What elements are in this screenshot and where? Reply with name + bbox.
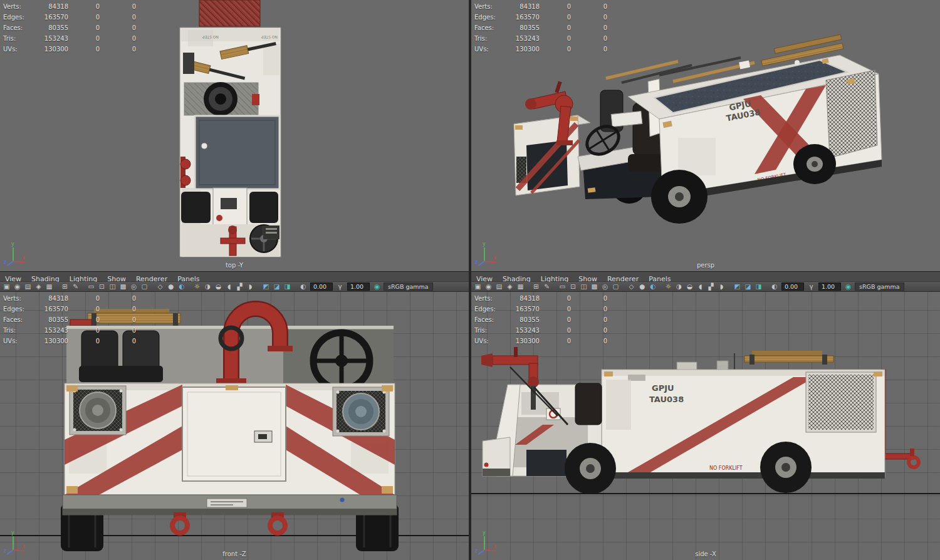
ambient-occlusion-icon[interactable]: ◒ — [684, 282, 695, 291]
lock-camera-icon[interactable]: ◉ — [483, 282, 494, 291]
bookmarks-icon[interactable]: ◈ — [504, 282, 515, 291]
hud-col3: 0 — [571, 33, 607, 44]
color-management-icon[interactable]: ◉ — [372, 282, 382, 291]
hud-total: 130300 — [511, 336, 540, 346]
svg-text:x: x — [22, 544, 25, 549]
image-plane-icon[interactable]: ▦ — [44, 282, 55, 291]
hud-total: 80355 — [39, 314, 68, 325]
wireframe-icon[interactable]: ◇ — [155, 282, 165, 291]
hud-row: Tris: 153243 0 0 — [474, 33, 607, 44]
gamma-icon[interactable]: γ — [806, 282, 817, 291]
safe-title-icon[interactable]: ▢ — [610, 282, 621, 291]
hud-row: Faces: 80355 0 0 — [3, 23, 136, 33]
use-all-lights-icon[interactable]: ☼ — [663, 282, 674, 291]
pan-zoom-icon[interactable]: ⊞ — [60, 282, 70, 291]
field-chart-icon[interactable]: ▩ — [118, 282, 128, 291]
hud-row: UVs: 130300 0 0 — [3, 44, 136, 54]
exposure-icon[interactable]: ◐ — [769, 282, 780, 291]
gate-mask-icon[interactable]: ◫ — [107, 282, 118, 291]
isolate-select-icon[interactable]: ◩ — [261, 282, 271, 291]
isolate-select-icon[interactable]: ◩ — [732, 282, 743, 291]
hud-col2: 0 — [540, 12, 571, 23]
shaded-icon[interactable]: ● — [165, 282, 176, 291]
hud-col2: 0 — [540, 1, 571, 12]
gamma-field[interactable]: 1.00 — [818, 283, 841, 291]
image-plane-icon[interactable]: ▦ — [515, 282, 526, 291]
hud-col2: 0 — [68, 293, 100, 304]
exposure-field[interactable]: 0.00 — [310, 283, 333, 291]
exposure-icon[interactable]: ◐ — [298, 282, 308, 291]
grease-pencil-icon[interactable]: ✎ — [541, 282, 552, 291]
hud-total: 84318 — [511, 1, 540, 12]
motion-blur-icon[interactable]: ◖ — [695, 282, 706, 291]
select-camera-icon[interactable]: ▣ — [1, 282, 12, 291]
shadows-icon[interactable]: ◑ — [674, 282, 684, 291]
viewport-side[interactable]: GPJU TAU038 NO FORKLIFT — [471, 292, 940, 560]
hud-col2: 0 — [540, 304, 571, 314]
hud-label: Tris: — [474, 325, 511, 336]
camera-attributes-icon[interactable]: ▤ — [23, 282, 33, 291]
shadows-icon[interactable]: ◑ — [202, 282, 213, 291]
gamma-icon[interactable]: γ — [335, 282, 345, 291]
hud-row: Faces: 80355 0 0 — [3, 314, 136, 325]
grease-pencil-icon[interactable]: ✎ — [70, 282, 81, 291]
hud-col2: 0 — [540, 314, 571, 325]
field-chart-icon[interactable]: ▩ — [589, 282, 600, 291]
hud-label: Verts: — [3, 1, 39, 12]
lock-camera-icon[interactable]: ◉ — [12, 282, 23, 291]
depth-of-field-icon[interactable]: ◗ — [716, 282, 727, 291]
safe-action-icon[interactable]: ◎ — [600, 282, 610, 291]
resolution-gate-icon[interactable]: ⊡ — [568, 282, 578, 291]
bookmarks-icon[interactable]: ◈ — [33, 282, 44, 291]
depth-of-field-icon[interactable]: ◗ — [245, 282, 256, 291]
hud-col3: 0 — [571, 314, 607, 325]
shaded-icon[interactable]: ● — [637, 282, 647, 291]
anti-aliasing-icon[interactable]: ▞ — [706, 282, 716, 291]
motion-blur-icon[interactable]: ◖ — [224, 282, 234, 291]
film-gate-icon[interactable]: ▭ — [557, 282, 568, 291]
textured-icon[interactable]: ◐ — [176, 282, 187, 291]
viewport-menu-bar: ViewShadingLightingShowRendererPanels — [0, 271, 469, 282]
hud-col2: 0 — [540, 336, 571, 346]
hud-col2: 0 — [540, 325, 571, 336]
xray-icon[interactable]: ◪ — [271, 282, 282, 291]
safe-action-icon[interactable]: ◎ — [128, 282, 139, 291]
hud-col2: 0 — [68, 1, 100, 12]
hud-label: UVs: — [474, 336, 511, 346]
panel-top-view: NO STEP NO STEP — [0, 0, 469, 271]
hud-total: 130300 — [39, 44, 68, 54]
viewport-persp[interactable]: GPJU TAU038 NO FORKLIFT — [471, 0, 940, 271]
colorspace-dropdown[interactable]: sRGB gamma — [855, 283, 904, 291]
select-camera-icon[interactable]: ▣ — [473, 282, 483, 291]
panel-side-view: ViewShadingLightingShowRendererPanels ▣◉… — [471, 271, 940, 560]
hud-label: UVs: — [474, 44, 511, 54]
xray-icon[interactable]: ◪ — [743, 282, 753, 291]
xray-joints-icon[interactable]: ◨ — [753, 282, 764, 291]
safe-title-icon[interactable]: ▢ — [139, 282, 150, 291]
color-management-icon[interactable]: ◉ — [843, 282, 854, 291]
viewport-front[interactable]: Verts: 84318 0 0 Edges: 163570 0 0 Faces… — [0, 292, 469, 560]
hud-stats: Verts: 84318 0 0 Edges: 163570 0 0 Faces… — [3, 1, 136, 54]
ambient-occlusion-icon[interactable]: ◒ — [213, 282, 224, 291]
pan-zoom-icon[interactable]: ⊞ — [531, 282, 541, 291]
gate-mask-icon[interactable]: ◫ — [578, 282, 589, 291]
hud-col3: 0 — [100, 314, 136, 325]
use-all-lights-icon[interactable]: ☼ — [192, 282, 202, 291]
camera-attributes-icon[interactable]: ▤ — [494, 282, 504, 291]
colorspace-dropdown[interactable]: sRGB gamma — [384, 283, 433, 291]
viewport-toolbar: ▣◉▤◈▦⊞✎▭⊡◫▩◎▢◇●◐☼◑◒◖▞◗◩◪◨ ◐ 0.00 γ 1.00 … — [0, 282, 469, 292]
textured-icon[interactable]: ◐ — [647, 282, 658, 291]
film-gate-icon[interactable]: ▭ — [86, 282, 97, 291]
resolution-gate-icon[interactable]: ⊡ — [97, 282, 107, 291]
hud-col3: 0 — [100, 304, 136, 314]
truck-top-view: NO STEP NO STEP — [180, 0, 281, 257]
anti-aliasing-icon[interactable]: ▞ — [234, 282, 245, 291]
xray-joints-icon[interactable]: ◨ — [282, 282, 293, 291]
hud-label: UVs: — [3, 44, 39, 54]
gamma-field[interactable]: 1.00 — [347, 283, 370, 291]
viewport-top[interactable]: NO STEP NO STEP — [0, 0, 469, 271]
wireframe-icon[interactable]: ◇ — [626, 282, 637, 291]
hud-row: UVs: 130300 0 0 — [474, 336, 607, 346]
hud-col3: 0 — [571, 293, 607, 304]
exposure-field[interactable]: 0.00 — [781, 283, 804, 291]
